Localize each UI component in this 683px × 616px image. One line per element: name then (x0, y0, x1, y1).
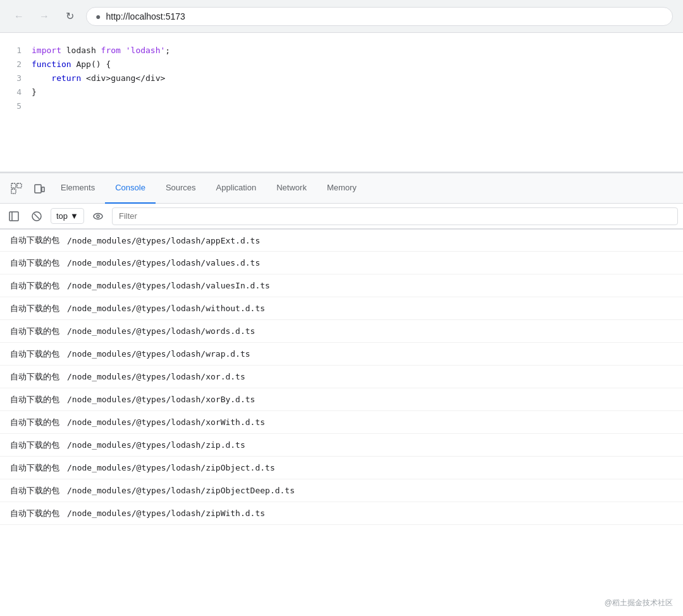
sidebar-toggle-button[interactable] (5, 207, 23, 225)
code-line-4: 4 } (0, 85, 683, 99)
tab-application[interactable]: Application (206, 173, 267, 204)
list-item: 自动下载的包 /node_modules/@types/lodash/zip.d… (0, 434, 683, 457)
list-item: 自动下载的包 /node_modules/@types/lodash/zipWi… (0, 502, 683, 525)
list-item: 自动下载的包 /node_modules/@types/lodash/words… (0, 320, 683, 343)
message-path: /node_modules/@types/lodash/zip.d.ts (67, 440, 245, 450)
message-path: /node_modules/@types/lodash/xorBy.d.ts (67, 395, 255, 404)
svg-rect-3 (35, 185, 41, 193)
devtools-tabbar: Elements Console Sources Application Net… (0, 173, 683, 204)
list-item: 自动下载的包 /node_modules/@types/lodash/zipOb… (0, 479, 683, 502)
message-label: 自动下载的包 (10, 440, 59, 451)
url-text: http://localhost:5173 (106, 11, 663, 22)
line-number: 4 (0, 87, 32, 97)
tab-console[interactable]: Console (105, 173, 156, 204)
message-path: /node_modules/@types/lodash/zipWith.d.ts (67, 508, 265, 518)
eye-icon-button[interactable] (89, 207, 107, 225)
line-number: 5 (0, 101, 32, 111)
code-editor: 1 import lodash from 'lodash'; 2 functio… (0, 33, 683, 172)
svg-rect-4 (42, 187, 44, 192)
reload-button[interactable]: ↻ (61, 8, 78, 25)
line-content: return <div>guang</div> (32, 73, 165, 83)
console-message-partial: 自动下载的包 /node_modules/@types/lodash/appEx… (0, 229, 683, 252)
filter-input[interactable] (112, 207, 678, 225)
browser-bar: ← → ↻ ● http://localhost:5173 (0, 0, 683, 33)
message-path: /node_modules/@types/lodash/xorWith.d.ts (67, 417, 265, 427)
message-label: 自动下载的包 (10, 485, 59, 496)
inspect-element-button[interactable] (5, 177, 28, 200)
tab-network[interactable]: Network (266, 173, 317, 204)
message-path: /node_modules/@types/lodash/words.d.ts (67, 326, 255, 336)
tab-memory[interactable]: Memory (317, 173, 367, 204)
tab-sources[interactable]: Sources (156, 173, 206, 204)
list-item: 自动下载的包 /node_modules/@types/lodash/xor.d… (0, 366, 683, 388)
message-label: 自动下载的包 (10, 417, 59, 428)
message-path: /node_modules/@types/lodash/xor.d.ts (67, 372, 245, 381)
code-line-1: 1 import lodash from 'lodash'; (0, 43, 683, 57)
message-path: /node_modules/@types/lodash/appExt.d.ts (67, 236, 260, 245)
list-item: 自动下载的包 /node_modules/@types/lodash/xorWi… (0, 411, 683, 434)
message-label: 自动下载的包 (10, 462, 59, 474)
list-item: 自动下载的包 /node_modules/@types/lodash/value… (0, 252, 683, 274)
svg-point-10 (97, 215, 99, 218)
svg-line-8 (34, 214, 39, 219)
svg-rect-2 (11, 189, 16, 194)
message-label: 自动下载的包 (10, 348, 59, 360)
svg-rect-5 (9, 212, 18, 221)
context-label: top (56, 211, 68, 221)
context-selector[interactable]: top ▼ (51, 208, 84, 224)
message-path: /node_modules/@types/lodash/values.d.ts (67, 258, 260, 268)
message-path: /node_modules/@types/lodash/wrap.d.ts (67, 349, 250, 359)
line-number: 2 (0, 59, 32, 69)
message-label: 自动下载的包 (10, 508, 59, 519)
list-item: 自动下载的包 /node_modules/@types/lodash/wrap.… (0, 343, 683, 366)
watermark: @稻土掘金技术社区 (605, 598, 673, 608)
svg-rect-0 (11, 183, 16, 188)
list-item: 自动下载的包 /node_modules/@types/lodash/value… (0, 274, 683, 297)
message-path: /node_modules/@types/lodash/zipObject.d.… (67, 463, 275, 472)
address-bar[interactable]: ● http://localhost:5173 (86, 7, 673, 26)
message-label: 自动下载的包 (10, 326, 59, 337)
list-item: 自动下载的包 /node_modules/@types/lodash/witho… (0, 297, 683, 320)
line-content: import lodash from 'lodash'; (32, 46, 170, 55)
device-toolbar-button[interactable] (28, 177, 51, 200)
line-content: } (32, 87, 37, 97)
svg-rect-1 (17, 183, 22, 188)
tab-elements[interactable]: Elements (51, 173, 105, 204)
console-toolbar: top ▼ (0, 204, 683, 229)
message-label: 自动下载的包 (10, 371, 59, 383)
code-line-2: 2 function App() { (0, 57, 683, 71)
lock-icon: ● (95, 11, 101, 22)
line-number: 1 (0, 46, 32, 55)
back-button[interactable]: ← (10, 8, 28, 25)
message-path: /node_modules/@types/lodash/valuesIn.d.t… (67, 281, 270, 290)
list-item: 自动下载的包 /node_modules/@types/lodash/xorBy… (0, 388, 683, 411)
message-label: 自动下载的包 (10, 394, 59, 405)
code-line-3: 3 return <div>guang</div> (0, 71, 683, 85)
message-path: /node_modules/@types/lodash/zipObjectDee… (67, 486, 295, 495)
clear-console-button[interactable] (28, 207, 46, 225)
message-path: /node_modules/@types/lodash/without.d.ts (67, 304, 265, 313)
forward-button[interactable]: → (35, 8, 53, 25)
message-label: 自动下载的包 (10, 303, 59, 314)
console-messages: 自动下载的包 /node_modules/@types/lodash/appEx… (0, 229, 683, 525)
list-item: 自动下载的包 /node_modules/@types/lodash/zipOb… (0, 457, 683, 479)
svg-point-9 (94, 213, 102, 219)
code-line-5: 5 (0, 99, 683, 113)
message-label: 自动下载的包 (10, 235, 59, 246)
line-number: 3 (0, 73, 32, 83)
line-content: function App() { (32, 59, 111, 69)
dropdown-arrow-icon: ▼ (70, 211, 78, 221)
devtools-panel: Elements Console Sources Application Net… (0, 172, 683, 525)
message-label: 自动下载的包 (10, 257, 59, 269)
message-label: 自动下载的包 (10, 280, 59, 292)
